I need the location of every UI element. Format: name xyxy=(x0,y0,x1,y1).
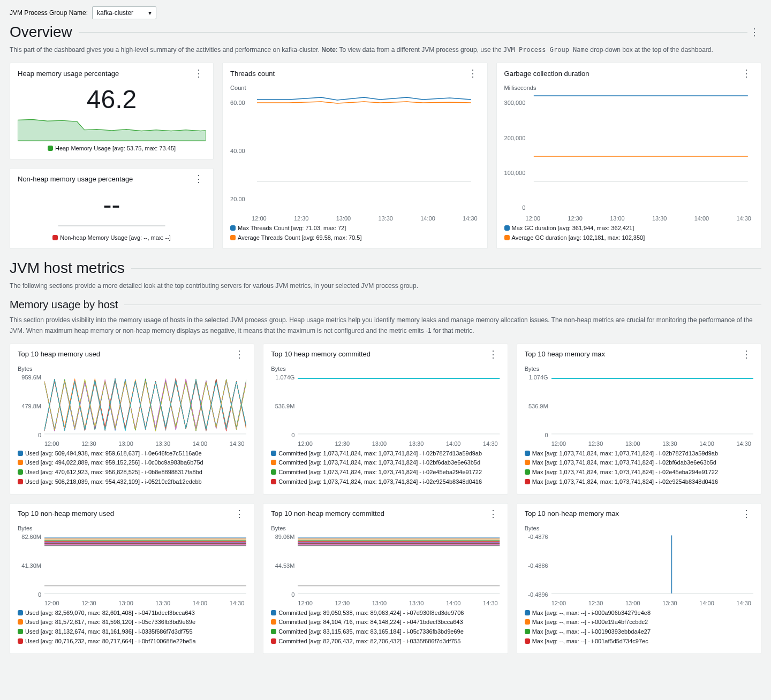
panel-menu-icon[interactable]: ⋮ xyxy=(486,349,500,359)
panel-menu-icon[interactable]: ⋮ xyxy=(486,509,500,519)
overview-desc: This part of the dashboard gives you a h… xyxy=(10,45,761,55)
chart xyxy=(551,374,753,438)
heap-pct-sparkline xyxy=(18,115,206,142)
unit-label: Count xyxy=(230,85,479,91)
chart xyxy=(551,534,753,598)
chevron-down-icon: ▾ xyxy=(148,9,152,17)
memory-section-title: Memory usage by host xyxy=(10,299,118,311)
time-axis: 12:0012:3013:0013:3014:0014:30 xyxy=(18,438,246,447)
threads-panel: Threads count ⋮ Count 60.00 40.00 20.00 … xyxy=(222,63,487,249)
panel-title: Top 10 heap memory max xyxy=(525,350,605,358)
panel-menu-icon[interactable]: ⋮ xyxy=(232,509,246,519)
panel-title: Non-heap memory usage percentage xyxy=(18,175,133,183)
nonheap_max-panel: Top 10 non-heap memory max⋮Bytes-0.4876-… xyxy=(517,503,761,654)
overview-title: Overview xyxy=(10,24,72,41)
panel-menu-icon[interactable]: ⋮ xyxy=(739,69,753,78)
panel-menu-icon[interactable]: ⋮ xyxy=(739,509,753,519)
unit-label: Bytes xyxy=(18,366,246,372)
legend: Used [avg: 509,494,938, max: 959,618,637… xyxy=(18,447,246,486)
panel-menu-icon[interactable]: ⋮ xyxy=(192,174,206,184)
memory-section-desc: This section provides visibility into th… xyxy=(10,315,761,336)
host-metrics-desc: The following sections provide a more de… xyxy=(10,281,761,291)
selector-value: kafka-cluster xyxy=(97,9,133,17)
panel-menu-icon[interactable]: ⋮ xyxy=(192,69,206,78)
unit-label: Bytes xyxy=(525,366,753,372)
nonheap-pct-value: -- xyxy=(18,190,206,219)
heap-pct-value: 46.2 xyxy=(18,85,206,114)
panel-menu-icon[interactable]: ⋮ xyxy=(232,349,246,359)
time-axis: 12:0012:3013:0013:3014:0014:30 xyxy=(18,598,246,606)
panel-title: Heap memory usage percentage xyxy=(18,70,119,78)
legend: Used [avg: 82,569,070, max: 82,601,408] … xyxy=(18,606,246,646)
gc-chart xyxy=(528,93,753,184)
heap_max-panel: Top 10 heap memory max⋮Bytes1.074G536.9M… xyxy=(517,344,761,494)
panel-title: Top 10 non-heap memory max xyxy=(525,509,619,518)
heap_used-panel: Top 10 heap memory used⋮Bytes959.6M479.8… xyxy=(10,344,254,494)
time-axis: 12:0012:3013:0013:3014:0014:30 xyxy=(230,213,479,222)
nonheap_used-panel: Top 10 non-heap memory used⋮Bytes82.60M4… xyxy=(10,503,254,654)
time-axis: 12:0012:3013:0013:3014:0014:30 xyxy=(504,213,753,222)
time-axis: 12:0012:3013:0013:3014:0014:30 xyxy=(525,598,753,606)
chart xyxy=(298,534,500,598)
chart xyxy=(44,374,246,438)
unit-label: Milliseconds xyxy=(504,85,753,91)
threads-chart xyxy=(248,93,480,184)
panel-menu-icon[interactable]: ⋮ xyxy=(466,69,480,78)
gc-panel: Garbage collection duration ⋮ Millisecon… xyxy=(496,63,761,249)
chart xyxy=(298,374,500,438)
panel-title: Garbage collection duration xyxy=(504,70,589,78)
legend: Committed [avg: 1,073,741,824, max: 1,07… xyxy=(271,447,500,486)
legend: Max [avg: 1,073,741,824, max: 1,073,741,… xyxy=(525,447,753,486)
legend: Max [avg: --, max: --] - i-000a906b34279… xyxy=(525,606,753,646)
nonheap-pct-panel: Non-heap memory usage percentage ⋮ -- No… xyxy=(10,168,214,249)
panel-title: Threads count xyxy=(230,70,275,78)
panel-title: Top 10 heap memory used xyxy=(18,350,100,358)
time-axis: 12:0012:3013:0013:3014:0014:30 xyxy=(525,438,753,447)
unit-label: Bytes xyxy=(18,525,246,531)
panel-title: Top 10 heap memory committed xyxy=(271,350,371,358)
panel-title: Top 10 non-heap memory committed xyxy=(271,509,384,518)
unit-label: Bytes xyxy=(271,366,500,372)
time-axis: 12:0012:3013:0013:3014:0014:30 xyxy=(271,598,500,606)
host-metrics-title: JVM host metrics xyxy=(10,260,125,277)
chart xyxy=(44,534,246,598)
nonheap-pct-sparkline xyxy=(18,220,206,231)
panel-title: Top 10 non-heap memory used xyxy=(18,509,114,518)
unit-label: Bytes xyxy=(271,525,500,531)
time-axis: 12:0012:3013:0013:3014:0014:30 xyxy=(271,438,500,447)
overview-menu-icon[interactable]: ⋮ xyxy=(747,27,761,37)
selector-label: JVM Process Group Name: xyxy=(10,9,88,17)
heap_committed-panel: Top 10 heap memory committed⋮Bytes1.074G… xyxy=(263,344,508,494)
legend: Committed [avg: 89,050,538, max: 89,063,… xyxy=(271,606,500,646)
nonheap_committed-panel: Top 10 non-heap memory committed⋮Bytes89… xyxy=(263,503,508,654)
panel-menu-icon[interactable]: ⋮ xyxy=(739,349,753,359)
heap-pct-panel: Heap memory usage percentage ⋮ 46.2 Heap… xyxy=(10,63,214,159)
unit-label: Bytes xyxy=(525,525,753,531)
process-group-selector[interactable]: kafka-cluster ▾ xyxy=(92,6,156,19)
